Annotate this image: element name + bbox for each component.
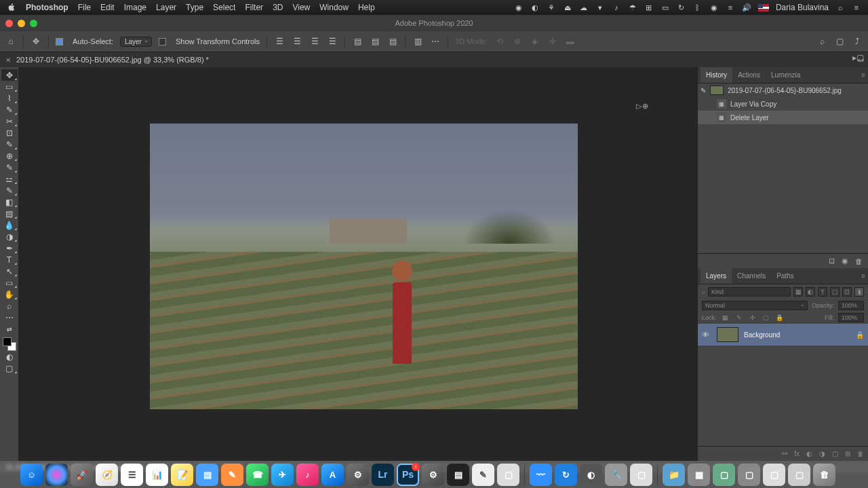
workspace-icon[interactable]: ▢ bbox=[834, 36, 845, 47]
dock-whatsapp[interactable]: ☎ bbox=[246, 464, 269, 486]
clone-tool[interactable]: ⚍ bbox=[1, 173, 18, 185]
mask-icon[interactable]: ◐ bbox=[806, 450, 812, 457]
menu-type[interactable]: Type bbox=[186, 3, 203, 12]
bluetooth-icon[interactable]: ᛒ bbox=[693, 3, 703, 12]
distribute-vcenter-icon[interactable]: ▤ bbox=[370, 36, 380, 47]
blend-mode-dropdown[interactable]: Normal bbox=[702, 301, 808, 310]
layer-row[interactable]: 👁 Background 🔒 bbox=[698, 324, 868, 345]
dock-trash[interactable]: 🗑 bbox=[813, 464, 835, 486]
flag-icon[interactable] bbox=[758, 4, 769, 12]
frame-tool[interactable]: ⊡ bbox=[1, 127, 18, 138]
dock-folder2[interactable]: ▦ bbox=[688, 464, 710, 486]
lock-artboard-icon[interactable]: ▢ bbox=[762, 313, 771, 322]
hamburger-icon[interactable]: ≡ bbox=[852, 3, 861, 12]
pen-tool[interactable]: ✒ bbox=[1, 242, 18, 254]
lock-pixels-icon[interactable]: ✎ bbox=[734, 313, 744, 322]
panel-menu-icon[interactable]: ≡ bbox=[861, 272, 865, 280]
menu-select[interactable]: Select bbox=[213, 3, 235, 12]
align-right-icon[interactable]: ☰ bbox=[309, 36, 320, 47]
menu-file[interactable]: File bbox=[78, 3, 91, 12]
rec-icon[interactable]: ◉ bbox=[514, 3, 524, 12]
lasso-tool[interactable]: ⌇ bbox=[1, 92, 18, 104]
lock-all-icon[interactable]: 🔒 bbox=[775, 313, 785, 322]
dock-preview[interactable]: ▢ bbox=[497, 464, 519, 486]
eraser-tool[interactable]: ◧ bbox=[1, 196, 18, 208]
dock-settings[interactable]: ⚙ bbox=[347, 464, 369, 486]
screen-mode-icon[interactable]: ▢ bbox=[1, 362, 18, 374]
delete-state-icon[interactable]: 🗑 bbox=[855, 257, 863, 265]
menu-image[interactable]: Image bbox=[124, 3, 146, 12]
type-tool[interactable]: T bbox=[1, 254, 18, 265]
close-tab-button[interactable]: ✕ bbox=[5, 56, 11, 64]
history-brush-tool[interactable]: ✎ bbox=[1, 185, 18, 196]
history-source-row[interactable]: ✎ 2019-07-07-(06-54-05}-BU906652.jpg bbox=[698, 83, 868, 97]
document-tab[interactable]: 2019-07-07-(06-54-05}-BU906652.jpg @ 33,… bbox=[16, 56, 209, 64]
menu-3d[interactable]: 3D bbox=[273, 3, 283, 12]
visibility-eye-icon[interactable]: 👁 bbox=[702, 331, 711, 339]
filter-shape-icon[interactable]: ▢ bbox=[830, 287, 840, 297]
adjustment-icon[interactable]: ◑ bbox=[819, 450, 825, 457]
layer-name[interactable]: Background bbox=[744, 331, 780, 339]
app-icon[interactable]: ◐ bbox=[530, 3, 540, 12]
close-window-button[interactable] bbox=[5, 20, 13, 27]
more-options-icon[interactable]: ⋯ bbox=[430, 36, 441, 47]
fx-icon[interactable]: fx bbox=[794, 450, 800, 457]
dock-activity[interactable]: ▤ bbox=[447, 464, 469, 486]
dock-notes[interactable]: 📝 bbox=[171, 464, 193, 486]
note-icon[interactable]: ♪ bbox=[612, 3, 621, 12]
lock-position-icon[interactable]: ✢ bbox=[748, 313, 757, 322]
eyedropper-tool[interactable]: ✎ bbox=[1, 138, 18, 150]
distribute-bottom-icon[interactable]: ▤ bbox=[387, 36, 398, 47]
dock-folder6[interactable]: ▢ bbox=[788, 464, 810, 486]
healing-tool[interactable]: ⊕ bbox=[1, 150, 18, 162]
dock-folder1[interactable]: 📁 bbox=[663, 464, 685, 486]
new-layer-icon[interactable]: ⊞ bbox=[845, 450, 850, 457]
dock-app5[interactable]: ▢ bbox=[630, 464, 652, 486]
new-snapshot-from-state-icon[interactable]: ⊡ bbox=[829, 257, 835, 265]
dock-folder4[interactable]: ▢ bbox=[738, 464, 760, 486]
edit-toolbar-button[interactable]: ⋯ bbox=[1, 312, 18, 323]
layer-dropdown[interactable]: Layer bbox=[120, 37, 152, 47]
umbrella-icon[interactable]: ☂ bbox=[628, 3, 637, 12]
actions-tab[interactable]: Actions bbox=[732, 67, 766, 83]
expand-panels-icon[interactable]: ▸▢ bbox=[852, 53, 864, 62]
layer-thumbnail[interactable] bbox=[717, 327, 738, 342]
fill-input[interactable]: 100% bbox=[838, 313, 864, 322]
show-transform-checkbox[interactable] bbox=[159, 38, 166, 45]
home-icon[interactable]: ⌂ bbox=[5, 36, 16, 47]
shape-tool[interactable]: ▭ bbox=[1, 277, 18, 288]
zoom-tool[interactable]: ⌕ bbox=[1, 300, 18, 312]
refresh-icon[interactable]: ↻ bbox=[677, 3, 686, 12]
move-tool[interactable]: ✥ bbox=[1, 69, 18, 81]
dock-pages[interactable]: ✎ bbox=[221, 464, 243, 486]
align-left-icon[interactable]: ☰ bbox=[274, 36, 285, 47]
channels-tab[interactable]: Channels bbox=[732, 268, 771, 284]
menu-window[interactable]: Window bbox=[319, 3, 349, 12]
dock-reminders[interactable]: ☰ bbox=[121, 464, 143, 486]
filter-type-icon[interactable]: T bbox=[818, 287, 827, 297]
dock-numbers[interactable]: 📊 bbox=[146, 464, 168, 486]
maximize-window-button[interactable] bbox=[30, 20, 37, 27]
dock-finder[interactable]: ☺ bbox=[20, 464, 43, 486]
crop-tool[interactable]: ✂ bbox=[1, 115, 18, 127]
filter-type-dropdown[interactable]: Kind bbox=[708, 287, 791, 297]
dock-launchpad[interactable]: 🚀 bbox=[71, 464, 93, 486]
dodge-tool[interactable]: ◑ bbox=[1, 231, 18, 242]
filter-smart-icon[interactable]: ⊡ bbox=[842, 287, 852, 297]
external-icon[interactable]: ⏏ bbox=[563, 3, 572, 12]
slider-icon[interactable]: ≡ bbox=[726, 3, 735, 12]
menu-filter[interactable]: Filter bbox=[245, 3, 263, 12]
canvas-area[interactable]: A| ¶ ▷⊕ bbox=[19, 67, 697, 461]
blur-tool[interactable]: 💧 bbox=[1, 219, 18, 231]
apple-icon[interactable] bbox=[7, 3, 16, 12]
filter-adjust-icon[interactable]: ◐ bbox=[806, 287, 815, 297]
layers-tab[interactable]: Layers bbox=[701, 268, 732, 284]
hand-tool[interactable]: ✋ bbox=[1, 288, 18, 300]
dock-app4[interactable]: 🔧 bbox=[605, 464, 627, 486]
history-item[interactable]: ▦ Layer Via Copy bbox=[698, 97, 868, 111]
share-icon[interactable]: ⤴ bbox=[852, 36, 863, 47]
dropdown-icon[interactable]: ▾ bbox=[595, 3, 605, 12]
dock-utility[interactable]: ⚙ bbox=[422, 464, 444, 486]
dock-app1[interactable]: 〰 bbox=[530, 464, 552, 486]
lumenzia-tab[interactable]: Lumenzia bbox=[766, 67, 806, 83]
